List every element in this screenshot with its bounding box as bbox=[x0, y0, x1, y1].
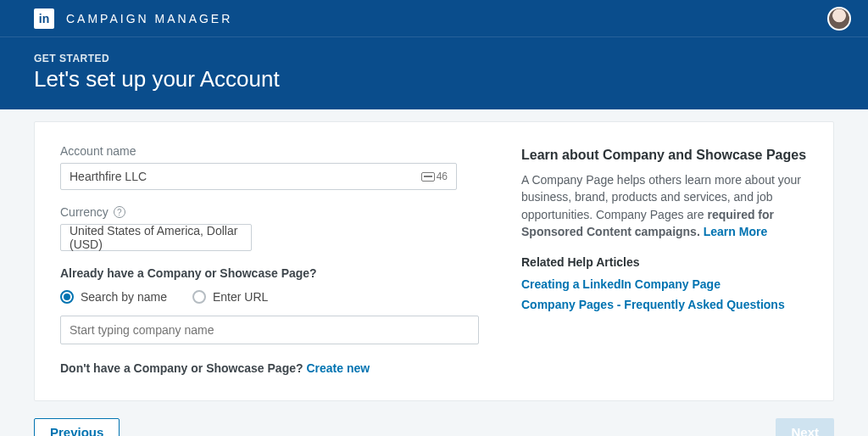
account-name-field: Account name Hearthfire LLC 46 bbox=[60, 144, 479, 190]
help-icon[interactable]: ? bbox=[114, 206, 125, 218]
learn-more-link[interactable]: Learn More bbox=[704, 225, 767, 238]
currency-value: United States of America, Dollar (USD) bbox=[70, 224, 242, 251]
currency-field: Currency ? United States of America, Dol… bbox=[60, 205, 479, 251]
no-company-text: Don't have a Company or Showcase Page? C… bbox=[60, 361, 479, 375]
info-title: Learn about Company and Showcase Pages bbox=[521, 148, 808, 163]
radio-search-label: Search by name bbox=[81, 290, 167, 304]
previous-button[interactable]: Previous bbox=[34, 418, 120, 436]
logo-text: in bbox=[39, 13, 49, 25]
radio-group: Search by name Enter URL bbox=[60, 290, 479, 304]
setup-card: Account name Hearthfire LLC 46 Currency … bbox=[34, 121, 834, 401]
avatar[interactable] bbox=[827, 7, 851, 31]
help-link-create-page[interactable]: Creating a LinkedIn Company Page bbox=[521, 277, 808, 291]
radio-url-label: Enter URL bbox=[213, 290, 268, 304]
page-title: Let's set up your Account bbox=[34, 66, 834, 92]
currency-label: Currency ? bbox=[60, 205, 479, 219]
radio-icon bbox=[192, 290, 206, 304]
input-suffix: 46 bbox=[421, 170, 448, 182]
next-button[interactable]: Next bbox=[776, 418, 834, 436]
hero-kicker: GET STARTED bbox=[34, 53, 834, 64]
info-body: A Company Page helps others learn more a… bbox=[521, 171, 808, 240]
top-bar: in CAMPAIGN MANAGER bbox=[0, 0, 868, 37]
form-column: Account name Hearthfire LLC 46 Currency … bbox=[60, 144, 479, 375]
account-name-value: Hearthfire LLC bbox=[70, 170, 147, 183]
showcase-question: Already have a Company or Showcase Page? bbox=[60, 266, 479, 280]
app-title: CAMPAIGN MANAGER bbox=[66, 12, 232, 25]
account-name-input[interactable]: Hearthfire LLC 46 bbox=[60, 163, 457, 190]
no-company-prefix: Don't have a Company or Showcase Page? bbox=[60, 361, 306, 375]
footer-actions: Previous Next bbox=[34, 418, 834, 436]
linkedin-logo-icon[interactable]: in bbox=[34, 8, 54, 29]
hero: GET STARTED Let's set up your Account bbox=[0, 37, 868, 109]
company-search-input[interactable] bbox=[60, 316, 479, 344]
radio-search-by-name[interactable]: Search by name bbox=[60, 290, 167, 304]
radio-icon bbox=[60, 290, 74, 304]
create-new-link[interactable]: Create new bbox=[306, 361, 370, 375]
help-link-faq[interactable]: Company Pages - Frequently Asked Questio… bbox=[521, 298, 808, 311]
card-icon bbox=[421, 172, 435, 182]
radio-enter-url[interactable]: Enter URL bbox=[192, 290, 268, 304]
info-column: Learn about Company and Showcase Pages A… bbox=[521, 144, 808, 375]
suffix-text: 46 bbox=[437, 170, 448, 182]
related-title: Related Help Articles bbox=[521, 255, 808, 269]
account-name-label: Account name bbox=[60, 144, 479, 158]
currency-select[interactable]: United States of America, Dollar (USD) bbox=[60, 224, 252, 251]
currency-label-text: Currency bbox=[60, 205, 108, 219]
